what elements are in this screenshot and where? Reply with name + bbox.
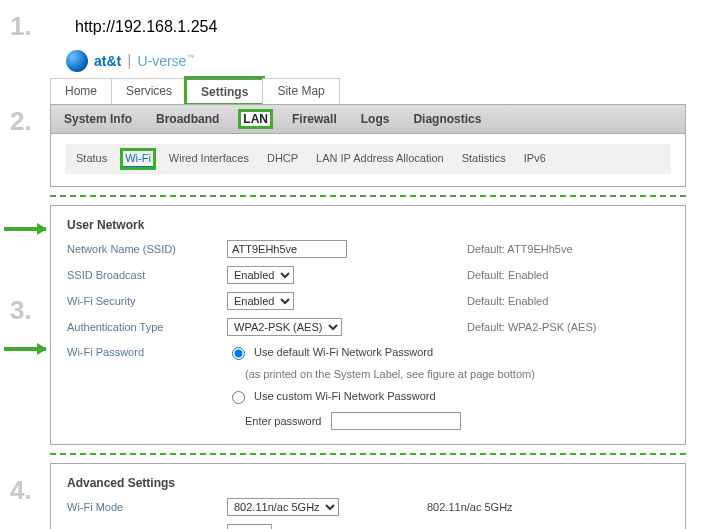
ssid-label: Network Name (SSID) — [67, 243, 227, 255]
innertab-status[interactable]: Status — [73, 150, 110, 168]
security-label: Wi-Fi Security — [67, 295, 227, 307]
innertab-lanip[interactable]: LAN IP Address Allocation — [313, 150, 447, 168]
auth-default: Default: WPA2-PSK (AES) — [467, 321, 669, 333]
user-network-title: User Network — [67, 218, 669, 232]
tab-home[interactable]: Home — [50, 78, 112, 104]
broadcast-default: Default: Enabled — [467, 269, 669, 281]
tab-settings[interactable]: Settings — [186, 78, 263, 104]
innertab-wifi[interactable]: Wi-Fi — [122, 150, 154, 168]
use-default-pwd-label: Use default Wi-Fi Network Password — [254, 346, 433, 358]
mode-label: Wi-Fi Mode — [67, 501, 227, 513]
uverse-text: U-verse™ — [137, 53, 194, 69]
security-default: Default: Enabled — [467, 295, 669, 307]
enter-password-label: Enter password — [245, 415, 321, 427]
ssid-input[interactable] — [227, 240, 347, 258]
att-text: at&t — [94, 53, 121, 69]
inner-tabs: Status Wi-Fi Wired Interfaces DHCP LAN I… — [65, 144, 671, 174]
brand-divider: | — [127, 52, 131, 70]
step-4-label: 4. — [0, 463, 50, 503]
user-network-panel: User Network Network Name (SSID) Default… — [50, 205, 686, 445]
step-2-label: 2. — [0, 104, 50, 134]
subtab-logs[interactable]: Logs — [358, 111, 393, 127]
auth-select[interactable]: WPA2-PSK (AES) — [227, 318, 342, 336]
mode-select[interactable]: 802.11n/ac 5GHz — [227, 498, 339, 516]
top-tabs: Home Services Settings Site Map — [50, 78, 686, 104]
subtab-systeminfo[interactable]: System Info — [61, 111, 135, 127]
inner-tabs-panel: Status Wi-Fi Wired Interfaces DHCP LAN I… — [50, 134, 686, 187]
innertab-ipv6[interactable]: IPv6 — [521, 150, 549, 168]
custom-password-input[interactable] — [331, 412, 461, 430]
advanced-settings-panel: Advanced Settings Wi-Fi Mode 802.11n/ac … — [50, 463, 686, 529]
use-custom-pwd-radio[interactable] — [232, 391, 245, 404]
broadcast-select[interactable]: Enabled — [227, 266, 294, 284]
step-1-label: 1. — [0, 13, 50, 39]
use-custom-pwd-label: Use custom Wi-Fi Network Password — [254, 390, 436, 402]
subtab-diagnostics[interactable]: Diagnostics — [410, 111, 484, 127]
ssid-default: Default: ATT9EHh5ve — [467, 243, 669, 255]
arrow-password — [4, 347, 46, 351]
security-select[interactable]: Enabled — [227, 292, 294, 310]
step-3-label: 3. — [0, 279, 50, 329]
separator-1 — [50, 195, 686, 197]
tab-services[interactable]: Services — [111, 78, 187, 104]
advanced-title: Advanced Settings — [67, 476, 669, 490]
sub-tabs: System Info Broadband LAN Firewall Logs … — [50, 104, 686, 134]
auth-label: Authentication Type — [67, 321, 227, 333]
innertab-stats[interactable]: Statistics — [459, 150, 509, 168]
password-label: Wi-Fi Password — [67, 346, 227, 358]
use-default-pwd-radio[interactable] — [232, 347, 245, 360]
innertab-wired[interactable]: Wired Interfaces — [166, 150, 252, 168]
att-globe-icon — [66, 50, 88, 72]
url-display: http://192.168.1.254 — [50, 6, 217, 46]
power-select[interactable]: 100 — [227, 524, 272, 529]
subtab-lan[interactable]: LAN — [240, 111, 271, 127]
innertab-dhcp[interactable]: DHCP — [264, 150, 301, 168]
broadcast-label: SSID Broadcast — [67, 269, 227, 281]
branding: at&t | U-verse™ — [50, 46, 686, 78]
password-hint: (as printed on the System Label, see fig… — [227, 368, 669, 380]
subtab-firewall[interactable]: Firewall — [289, 111, 340, 127]
tab-sitemap[interactable]: Site Map — [262, 78, 339, 104]
mode-current: 802.11n/ac 5GHz — [427, 501, 669, 513]
subtab-broadband[interactable]: Broadband — [153, 111, 222, 127]
separator-2 — [50, 453, 686, 455]
arrow-ssid — [4, 227, 46, 231]
